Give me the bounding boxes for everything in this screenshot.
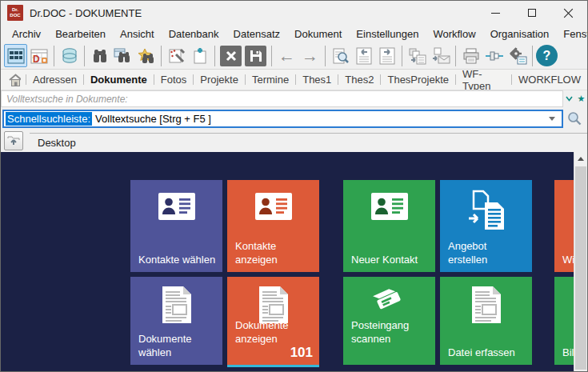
menu-workflow[interactable]: Workflow [426,26,482,42]
tab-dokumente[interactable]: Dokumente [84,71,154,88]
tile-label: Posteingang scannen [351,318,430,346]
scroll-up-button[interactable] [574,152,587,166]
window-title: Dr.DOC - DOKUMENTE [30,7,142,19]
contact-card-icon [130,193,222,220]
help-button[interactable]: ? [536,45,558,66]
tab-workflow[interactable]: WORKFLOW [512,71,587,88]
close-button[interactable] [550,1,587,25]
tab-thesprojekte[interactable]: ThesProjekte [381,71,455,88]
fulltext-expand-icon[interactable] [566,96,573,102]
copy-to-doc-button[interactable] [406,44,429,67]
quick-search-value: Volltextsuche [Strg + F5 ] [92,113,549,125]
menu-ansicht[interactable]: Ansicht [113,26,162,42]
minimize-icon [491,13,500,14]
tile-label: Neuer Kontakt [351,253,430,266]
menu-datensatz[interactable]: Datensatz [226,26,288,42]
app-window: Dr. DOC Dr.DOC - DOKUMENTE Archiv Bearbe… [0,0,588,372]
link-button[interactable] [482,44,506,67]
vertical-scrollbar[interactable] [574,152,587,371]
toolbar-separator [325,46,326,66]
menu-datenbank[interactable]: Datenbank [162,26,226,42]
doc-prev-icon [356,47,372,65]
tab-thes2[interactable]: Thes2 [338,71,380,88]
record-count-badge: 101 [290,345,313,361]
toolbar-separator [54,46,54,66]
search-button[interactable] [88,44,111,67]
view-tabs: Adressen Dokumente Fotos Projekte Termin… [1,70,587,90]
close-icon [564,8,574,18]
menu-archiv[interactable]: Archiv [5,26,48,42]
tile-angebot-erstellen[interactable]: Angebot erstellen [440,180,532,272]
copy-to-doc-icon [408,47,427,65]
tile-neuer-kontakt[interactable]: Neuer Kontakt [343,180,435,272]
menu-fenster[interactable]: Fenster [556,26,588,42]
tab-adressen[interactable]: Adressen [26,71,83,88]
toolbar-separator [84,46,85,66]
menu-einstellungen[interactable]: Einstellungen [349,26,426,42]
svg-text:D: D [33,54,40,64]
toolbar-separator [532,46,533,66]
search-favorites-button[interactable] [134,44,158,67]
tab-termine[interactable]: Termine [246,71,295,88]
tab-projekte[interactable]: Projekte [194,71,245,88]
database-button[interactable] [58,44,81,67]
quick-search-label: Schnellsuchleiste: [6,112,92,126]
fulltext-search-input[interactable]: Volltextsuche in Dokumente: [1,90,563,107]
settings-form-icon [508,47,527,65]
magnifier-icon [567,111,582,126]
tile-kontakte-anzeigen[interactable]: Kontakte anzeigen [227,180,319,272]
tile-label: Dokumente anzeigen [235,318,314,346]
settings-form-button[interactable] [506,44,529,67]
forward-button[interactable]: → [298,44,322,67]
back-button[interactable]: ← [275,44,298,67]
quick-search-input[interactable]: Schnellsuchleiste: Volltextsuche [Strg +… [2,110,563,128]
chevron-down-icon[interactable] [549,117,555,121]
doc-prev-button[interactable] [352,44,375,67]
maximize-button[interactable] [514,1,550,25]
folder-up-icon [7,135,20,146]
tiles-view-button[interactable] [4,44,27,67]
minimize-button[interactable] [477,1,514,25]
link-icon [485,49,504,63]
print-button[interactable] [459,44,482,67]
favorite-star-icon[interactable]: ★ [578,94,586,103]
tab-thes1[interactable]: Thes1 [296,71,338,88]
new-record-button[interactable] [188,44,211,67]
app-icon: Dr. DOC [7,5,23,21]
save-button[interactable] [245,46,266,66]
scroll-up-icon [578,157,584,161]
menu-organisation[interactable]: Organisation [483,26,557,42]
doc-preview-button[interactable] [329,44,352,67]
search-form-button[interactable] [111,44,134,67]
desktop-tab[interactable]: Desktop [30,133,587,152]
delete-button[interactable] [220,46,242,66]
tile-datei-erfassen[interactable]: Datei erfassen [440,277,532,365]
title-bar: Dr. DOC Dr.DOC - DOKUMENTE [1,1,587,25]
home-icon[interactable] [9,74,21,86]
toolbar-separator [214,46,215,66]
calendar-database-icon: D [30,48,48,64]
scrollbar-thumb[interactable] [575,166,586,370]
toolbar-separator [161,46,162,66]
folder-up-button[interactable] [4,131,23,150]
doc-next-button[interactable] [375,44,398,67]
calendar-database-button[interactable]: D [27,44,50,67]
contact-card-icon [343,193,435,220]
quick-search-row: Schnellsuchleiste: Volltextsuche [Strg +… [1,107,587,130]
forward-arrow-icon: → [302,47,318,64]
app-icon-text-2: DOC [10,13,20,18]
tile-kontakte-waehlen[interactable]: Kontakte wählen [130,180,222,272]
tile-posteingang-scannen[interactable]: Posteingang scannen [343,277,435,365]
doc-preview-icon [332,47,350,65]
tile-dokumente-anzeigen[interactable]: Dokumente anzeigen 101 [227,277,319,367]
tab-fotos[interactable]: Fotos [154,71,194,88]
menu-bar: Archiv Bearbeiten Ansicht Datenbank Date… [1,25,587,42]
note-wizard-button[interactable] [165,44,188,67]
maximize-icon [528,9,536,17]
tile-dokumente-waehlen[interactable]: Dokumente wählen [130,277,222,365]
search-submit-button[interactable] [563,109,586,128]
menu-bearbeiten[interactable]: Bearbeiten [48,26,113,42]
send-mail-button[interactable] [429,44,452,67]
toolbar-separator [455,46,456,66]
menu-dokument[interactable]: Dokument [287,26,349,42]
